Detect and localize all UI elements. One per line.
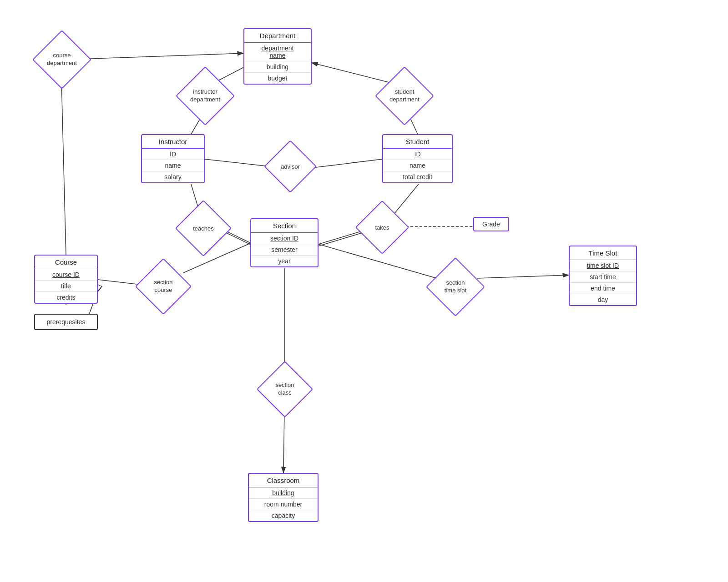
entity-timeslot-attr-day: day: [570, 294, 636, 305]
label-prerequisites: prerequesites: [35, 315, 97, 329]
entity-department-attr-building: building: [244, 61, 311, 73]
diamond-section-timeslot: sectiontime slot: [435, 266, 476, 308]
entity-instructor-attr-salary: salary: [142, 171, 204, 182]
entity-timeslot-attr-end: end time: [570, 283, 636, 294]
entity-classroom-attr-capacity: capacity: [249, 510, 318, 521]
entity-department-attr-budget: budget: [244, 73, 311, 84]
diamond-student-department: studentdepartment: [384, 75, 425, 117]
entity-course-attr-title: title: [35, 281, 97, 292]
entity-student: Student ID name total credit: [382, 134, 453, 183]
entity-classroom-attr-room-number: room number: [249, 499, 318, 510]
diamond-section-class: sectionclass: [265, 369, 305, 409]
diamond-section-course: sectioncourse: [143, 266, 183, 306]
entity-student-attr-total-credit: total credit: [383, 171, 452, 182]
entity-department: Department departmentname building budge…: [243, 28, 312, 85]
entity-course-attr-credits: credits: [35, 292, 97, 303]
entity-course-attr-course-id: course ID: [35, 269, 97, 281]
entity-timeslot-attr-id: time slot ID: [570, 260, 636, 271]
box-prerequisites: prerequesites: [34, 314, 98, 330]
entity-section-title: Section: [251, 219, 318, 233]
entity-classroom: Classroom building room number capacity: [248, 473, 318, 522]
entity-section: Section section ID semester year: [250, 218, 318, 267]
diamond-course-department: coursedepartment: [41, 39, 83, 80]
diamond-teaches: teaches: [183, 208, 223, 248]
entity-instructor-title: Instructor: [142, 135, 204, 149]
entity-department-attr-dept-name: departmentname: [244, 43, 311, 61]
entity-classroom-title: Classroom: [249, 474, 318, 487]
entity-timeslot-title: Time Slot: [570, 246, 636, 260]
diamond-advisor: advisor: [272, 148, 309, 185]
entity-section-attr-year: year: [251, 256, 318, 266]
diamond-takes: takes: [363, 208, 401, 246]
entity-section-attr-semester: semester: [251, 244, 318, 256]
entity-department-title: Department: [244, 29, 311, 43]
entity-classroom-attr-building: building: [249, 487, 318, 499]
entity-timeslot: Time Slot time slot ID start time end ti…: [569, 246, 637, 306]
entity-course-title: Course: [35, 256, 97, 269]
entity-timeslot-attr-start: start time: [570, 271, 636, 283]
entity-course: Course course ID title credits: [34, 255, 98, 304]
entity-section-attr-section-id: section ID: [251, 233, 318, 244]
diamond-instructor-department: instructordepartment: [184, 75, 226, 117]
entity-student-attr-name: name: [383, 160, 452, 171]
entity-student-title: Student: [383, 135, 452, 149]
entity-student-attr-id: ID: [383, 149, 452, 160]
entity-instructor-attr-id: ID: [142, 149, 204, 160]
entity-instructor-attr-name: name: [142, 160, 204, 171]
entity-instructor: Instructor ID name salary: [141, 134, 205, 183]
label-grade: Grade: [473, 217, 509, 231]
